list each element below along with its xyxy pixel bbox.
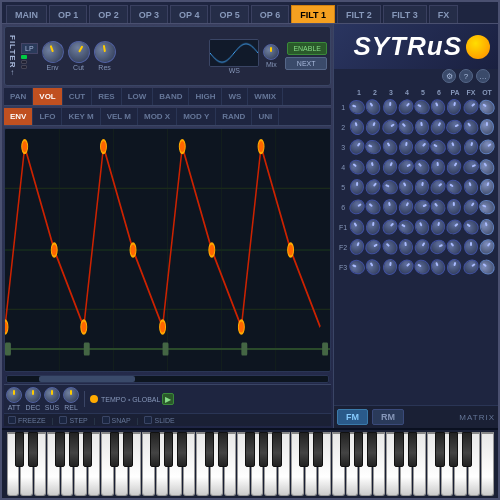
- black-key[interactable]: [177, 432, 186, 467]
- tab-filt2[interactable]: FILT 2: [337, 5, 381, 23]
- play-button[interactable]: ▶: [162, 393, 174, 405]
- tab-op5[interactable]: OP 5: [210, 5, 248, 23]
- envtab-rand[interactable]: RAND: [216, 108, 252, 125]
- subtab-cut[interactable]: CUT: [63, 88, 92, 105]
- envtab-lfo[interactable]: LFO: [33, 108, 62, 125]
- matrix-knob[interactable]: [444, 156, 464, 177]
- matrix-knob[interactable]: [398, 138, 414, 156]
- black-key[interactable]: [394, 432, 403, 467]
- envtab-uni[interactable]: UNI: [252, 108, 279, 125]
- black-key[interactable]: [313, 432, 322, 467]
- matrix-knob[interactable]: [363, 196, 384, 217]
- matrix-knob[interactable]: [347, 257, 367, 276]
- step-checkbox[interactable]: [59, 416, 67, 424]
- black-key[interactable]: [55, 432, 64, 467]
- black-key[interactable]: [110, 432, 119, 467]
- matrix-knob[interactable]: [447, 199, 462, 216]
- matrix-knob[interactable]: [363, 137, 383, 156]
- subtab-ws[interactable]: WS: [222, 88, 248, 105]
- matrix-knob[interactable]: [382, 99, 397, 116]
- matrix-knob[interactable]: [476, 256, 497, 277]
- subtab-pan[interactable]: PAN: [4, 88, 33, 105]
- black-key[interactable]: [150, 432, 159, 467]
- matrix-knob[interactable]: [464, 239, 478, 255]
- snap-checkbox-group[interactable]: SNAP: [102, 416, 131, 424]
- black-key[interactable]: [367, 432, 376, 467]
- matrix-knob[interactable]: [412, 217, 431, 237]
- filter-type-lp[interactable]: LP: [21, 43, 38, 54]
- sus-knob[interactable]: [44, 387, 60, 403]
- tab-filt3[interactable]: FILT 3: [383, 5, 427, 23]
- matrix-knob[interactable]: [429, 257, 448, 277]
- black-key[interactable]: [299, 432, 308, 467]
- scrollbar-area[interactable]: [6, 375, 329, 383]
- white-key[interactable]: [481, 432, 494, 496]
- matrix-knob[interactable]: [412, 97, 433, 117]
- matrix-knob[interactable]: [348, 117, 366, 136]
- logo-btn-3[interactable]: …: [476, 69, 490, 83]
- matrix-knob[interactable]: [350, 179, 365, 195]
- matrix-knob[interactable]: [445, 257, 463, 276]
- matrix-knob[interactable]: [477, 198, 497, 217]
- envelope-display[interactable]: [4, 128, 331, 372]
- matrix-knob[interactable]: [347, 156, 368, 177]
- black-key[interactable]: [340, 432, 349, 467]
- matrix-knob[interactable]: [414, 178, 431, 196]
- black-key[interactable]: [123, 432, 132, 467]
- matrix-knob[interactable]: [380, 137, 400, 158]
- tab-op3[interactable]: OP 3: [130, 5, 168, 23]
- black-key[interactable]: [462, 432, 471, 467]
- dec-knob[interactable]: [25, 387, 41, 403]
- matrix-knob[interactable]: [476, 236, 497, 257]
- matrix-knob[interactable]: [411, 156, 432, 177]
- subtab-res[interactable]: RES: [92, 88, 121, 105]
- scrollbar-thumb[interactable]: [39, 376, 135, 382]
- att-knob[interactable]: [6, 387, 22, 403]
- matrix-knob[interactable]: [395, 217, 416, 237]
- fm-button[interactable]: FM: [337, 409, 368, 425]
- matrix-knob[interactable]: [477, 156, 498, 177]
- matrix-knob[interactable]: [476, 97, 497, 118]
- black-key[interactable]: [218, 432, 227, 467]
- matrix-knob[interactable]: [414, 118, 431, 136]
- logo-btn-2[interactable]: ?: [459, 69, 473, 83]
- matrix-knob[interactable]: [445, 137, 464, 157]
- envtab-velm[interactable]: VEL M: [101, 108, 138, 125]
- matrix-knob[interactable]: [379, 236, 400, 257]
- matrix-knob[interactable]: [428, 196, 449, 217]
- matrix-knob[interactable]: [430, 218, 447, 237]
- subtab-high[interactable]: HIGH: [189, 88, 222, 105]
- slide-checkbox-group[interactable]: SLIDE: [144, 416, 174, 424]
- black-key[interactable]: [259, 432, 268, 467]
- black-key[interactable]: [69, 432, 78, 467]
- matrix-knob[interactable]: [382, 258, 398, 276]
- matrix-knob[interactable]: [478, 177, 496, 197]
- subtab-vol[interactable]: VOL: [33, 88, 62, 105]
- envtab-keym[interactable]: KEY M: [62, 108, 100, 125]
- rel-knob[interactable]: [63, 387, 79, 403]
- subtab-low[interactable]: LOW: [122, 88, 154, 105]
- tempo-indicator[interactable]: [90, 395, 98, 403]
- next-button[interactable]: NEXT: [285, 57, 327, 70]
- rm-button[interactable]: RM: [372, 409, 404, 425]
- matrix-knob[interactable]: [444, 236, 465, 257]
- matrix-knob[interactable]: [478, 217, 496, 236]
- matrix-knob[interactable]: [460, 217, 481, 238]
- filter-res-knob[interactable]: [92, 39, 117, 64]
- matrix-knob[interactable]: [444, 117, 465, 137]
- envtab-mody[interactable]: MOD Y: [177, 108, 216, 125]
- freeze-checkbox-group[interactable]: FREEZE: [8, 416, 46, 424]
- black-key[interactable]: [164, 432, 173, 467]
- matrix-knob[interactable]: [396, 177, 416, 198]
- matrix-knob[interactable]: [412, 257, 433, 278]
- matrix-knob[interactable]: [381, 198, 398, 216]
- subtab-wmix[interactable]: WMIX: [248, 88, 283, 105]
- filter-env-knob[interactable]: [38, 38, 66, 66]
- filter-mix-knob[interactable]: [263, 44, 279, 60]
- envtab-modx[interactable]: MOD X: [138, 108, 177, 125]
- matrix-knob[interactable]: [363, 96, 384, 117]
- matrix-knob[interactable]: [480, 119, 494, 135]
- matrix-knob[interactable]: [446, 98, 463, 117]
- logo-btn-1[interactable]: ⚙: [442, 69, 456, 83]
- tab-op6[interactable]: OP 6: [251, 5, 289, 23]
